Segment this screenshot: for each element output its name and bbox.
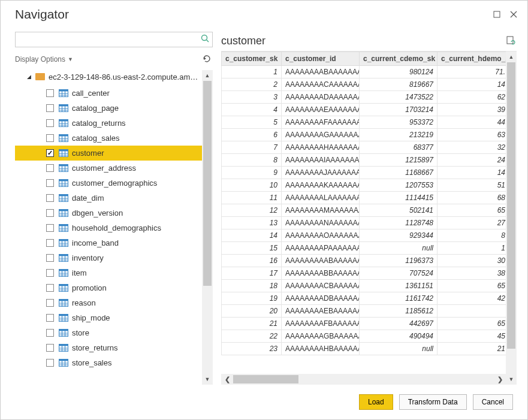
- table-row[interactable]: 19AAAAAAAADBAAAAAA116174242: [222, 292, 506, 305]
- checkbox[interactable]: [46, 239, 54, 247]
- grid-hscrollbar[interactable]: ❮ ❯: [221, 374, 506, 385]
- table-node-customer_address[interactable]: customer_address: [15, 161, 202, 176]
- preview-refresh-icon[interactable]: [506, 35, 517, 46]
- table-node-date_dim[interactable]: date_dim: [15, 191, 202, 206]
- table-icon: [59, 284, 68, 292]
- checkbox[interactable]: [46, 359, 54, 367]
- table-node-catalog_sales[interactable]: catalog_sales: [15, 131, 202, 146]
- table-row[interactable]: 14AAAAAAAAOAAAAAAA9293448: [222, 229, 506, 242]
- scroll-down-icon[interactable]: ▼: [202, 374, 213, 385]
- checkbox[interactable]: [46, 344, 54, 352]
- tree-scrollbar[interactable]: ▲ ▼: [202, 70, 213, 385]
- table-row[interactable]: 23AAAAAAAAHBAAAAAAnull21: [222, 343, 506, 355]
- checkbox[interactable]: [46, 89, 54, 97]
- table-row[interactable]: 6AAAAAAAAGAAAAAAA21321963: [222, 129, 506, 141]
- column-header[interactable]: c_current_cdemo_sk: [360, 52, 438, 66]
- table-row[interactable]: 3AAAAAAAADAAAAAAA147352262: [222, 91, 506, 104]
- column-header[interactable]: c_customer_sk: [222, 52, 282, 66]
- hscroll-track[interactable]: [233, 374, 494, 385]
- cell: AAAAAAAAMAAAAAAA: [282, 204, 360, 217]
- scroll-track[interactable]: [202, 81, 213, 374]
- table-row[interactable]: 21AAAAAAAAFBAAAAAA44269765: [222, 318, 506, 330]
- table-node-store_returns[interactable]: store_returns: [15, 340, 202, 355]
- checkbox[interactable]: [46, 179, 54, 187]
- scroll-right-icon[interactable]: ❯: [494, 374, 506, 385]
- table-row[interactable]: 12AAAAAAAAMAAAAAAA50214165: [222, 204, 506, 217]
- scroll-left-icon[interactable]: ❮: [221, 374, 233, 385]
- checkbox[interactable]: [46, 149, 54, 157]
- checkbox[interactable]: [46, 254, 54, 262]
- vscroll-thumb[interactable]: [507, 62, 515, 349]
- cell: AAAAAAAABAAAAAAA: [282, 66, 360, 78]
- checkbox[interactable]: [46, 119, 54, 127]
- table-row[interactable]: 9AAAAAAAAJAAAAAAA116866714: [222, 167, 506, 179]
- table-row[interactable]: 1AAAAAAAABAAAAAAA98012471.: [222, 66, 506, 78]
- table-node-store_sales[interactable]: store_sales: [15, 355, 202, 370]
- checkbox[interactable]: [46, 194, 54, 202]
- table-node-catalog_page[interactable]: catalog_page: [15, 101, 202, 116]
- display-options-label[interactable]: Display Options: [15, 55, 65, 64]
- search-input[interactable]: [15, 32, 213, 47]
- close-icon[interactable]: [508, 9, 519, 20]
- scroll-up-icon[interactable]: ▲: [506, 52, 517, 62]
- table-row[interactable]: 20AAAAAAAAEBAAAAAA1185612: [222, 305, 506, 318]
- search-icon[interactable]: [201, 34, 209, 44]
- table-icon: [59, 134, 68, 142]
- checkbox[interactable]: [46, 224, 54, 232]
- cancel-button[interactable]: Cancel: [473, 394, 513, 410]
- table-row[interactable]: 5AAAAAAAAFAAAAAAA95337244: [222, 116, 506, 129]
- column-header[interactable]: c_customer_id: [282, 52, 360, 66]
- checkbox[interactable]: [46, 314, 54, 322]
- table-node-customer[interactable]: customer: [15, 146, 202, 161]
- scroll-down-icon[interactable]: ▼: [506, 374, 517, 385]
- table-node-inventory[interactable]: inventory: [15, 250, 202, 265]
- checkbox[interactable]: [46, 284, 54, 292]
- checkbox[interactable]: [46, 329, 54, 337]
- table-row[interactable]: 2AAAAAAAACAAAAAAA81966714: [222, 78, 506, 91]
- checkbox[interactable]: [46, 134, 54, 142]
- table-row[interactable]: 16AAAAAAAAABAAAAAA119637330: [222, 255, 506, 267]
- table-node-ship_mode[interactable]: ship_mode: [15, 310, 202, 325]
- table-node-promotion[interactable]: promotion: [15, 280, 202, 295]
- table-node-item[interactable]: item: [15, 265, 202, 280]
- table-row[interactable]: 17AAAAAAAABBAAAAAA70752438: [222, 267, 506, 280]
- grid-vscrollbar[interactable]: ▲ ▼: [506, 52, 517, 385]
- table-node-dbgen_version[interactable]: dbgen_version: [15, 206, 202, 220]
- maximize-icon[interactable]: [491, 9, 502, 20]
- checkbox[interactable]: [46, 209, 54, 217]
- table-row[interactable]: 8AAAAAAAAIAAAAAAA121589724: [222, 154, 506, 167]
- table-row[interactable]: 4AAAAAAAAEAAAAAAA170321439: [222, 104, 506, 116]
- cell: 1196373: [360, 255, 438, 267]
- cell: AAAAAAAALAAAAAAA: [282, 192, 360, 204]
- checkbox[interactable]: [46, 299, 54, 307]
- table-row[interactable]: 22AAAAAAAAGBAAAAAA49049445: [222, 330, 506, 343]
- table-row[interactable]: 11AAAAAAAALAAAAAAA111441568: [222, 192, 506, 204]
- column-header[interactable]: c_current_hdemo_sk: [438, 52, 506, 66]
- table-node-customer_demographics[interactable]: customer_demographics: [15, 176, 202, 191]
- vscroll-track[interactable]: [506, 62, 517, 374]
- load-button[interactable]: Load: [359, 394, 393, 410]
- checkbox[interactable]: [46, 104, 54, 112]
- table-node-catalog_returns[interactable]: catalog_returns: [15, 116, 202, 131]
- checkbox[interactable]: [46, 164, 54, 172]
- table-row[interactable]: 15AAAAAAAAPAAAAAAAnull1: [222, 242, 506, 255]
- table-row[interactable]: 7AAAAAAAAHAAAAAAA6837732: [222, 141, 506, 154]
- left-panel: Display Options ▼ ◢ ec2-3-129-148-86.us-…: [15, 32, 213, 385]
- table-node-household_demographics[interactable]: household_demographics: [15, 220, 202, 235]
- table-node-store[interactable]: store: [15, 325, 202, 340]
- scroll-thumb[interactable]: [203, 81, 212, 286]
- hscroll-thumb[interactable]: [233, 375, 298, 383]
- table-node-reason[interactable]: reason: [15, 295, 202, 310]
- refresh-icon[interactable]: [202, 54, 213, 65]
- datasource-node[interactable]: ◢ ec2-3-129-148-86.us-east-2.compute.ama…: [15, 70, 202, 83]
- cell: AAAAAAAADAAAAAAA: [282, 91, 360, 104]
- table-row[interactable]: 10AAAAAAAAKAAAAAAA120755351: [222, 179, 506, 192]
- table-node-income_band[interactable]: income_band: [15, 235, 202, 250]
- checkbox[interactable]: [46, 269, 54, 277]
- table-row[interactable]: 18AAAAAAAACBAAAAAA136115165: [222, 280, 506, 292]
- scroll-up-icon[interactable]: ▲: [202, 70, 213, 81]
- table-node-call_center[interactable]: call_center: [15, 86, 202, 101]
- table-row[interactable]: 13AAAAAAAANAAAAAAA112874827: [222, 217, 506, 229]
- caret-down-icon[interactable]: ▼: [68, 56, 73, 62]
- transform-button[interactable]: Transform Data: [399, 394, 467, 410]
